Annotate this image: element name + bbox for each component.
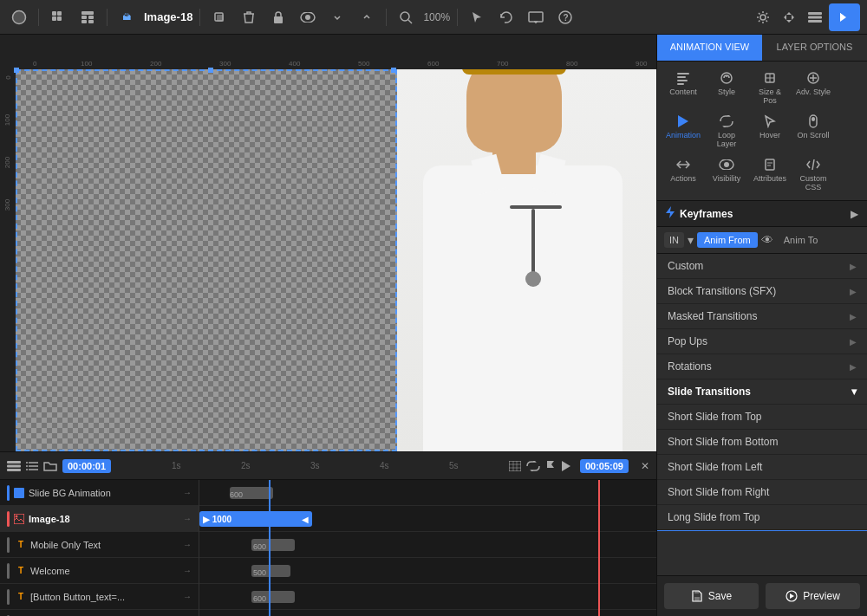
preview-button[interactable]: Preview xyxy=(766,583,860,609)
layer-name-mobile: Mobile Only Text xyxy=(30,540,179,550)
svg-rect-47 xyxy=(677,80,688,81)
save-button[interactable]: Save xyxy=(664,583,759,609)
layer-color-slide-bg xyxy=(7,485,10,501)
layer-arrow-image18[interactable]: → xyxy=(183,514,192,523)
search-icon[interactable] xyxy=(394,5,418,29)
anim-item-short-left[interactable]: Short Slide from Left xyxy=(657,455,867,480)
handle-tc[interactable] xyxy=(208,68,213,73)
tl-layer-slide-bg[interactable]: Slide BG Animation → xyxy=(0,480,199,506)
prop-tab-style[interactable]: Style xyxy=(706,67,747,108)
in-chevron[interactable]: ▾ xyxy=(688,233,694,247)
tl-playhead[interactable] xyxy=(269,480,271,616)
prop-tab-adv-style[interactable]: Adv. Style xyxy=(792,67,834,108)
prop-tab-content[interactable]: Content xyxy=(662,67,704,108)
anim-item-short-bottom[interactable]: Short Slide from Bottom xyxy=(657,430,867,455)
end-time-marker[interactable]: 00:05:09 xyxy=(580,459,629,473)
anim-item-long-top[interactable]: Long Slide from Top xyxy=(657,505,867,530)
tl-layer-button[interactable]: T [Button Button_text=... → xyxy=(0,584,199,610)
eye-icon-toolbar[interactable] xyxy=(296,5,320,29)
prop-tab-size[interactable]: Size & Pos xyxy=(749,67,791,108)
in-button[interactable]: IN xyxy=(664,232,684,248)
layer-arrow-welcome[interactable]: → xyxy=(183,566,192,575)
tl-end-playhead[interactable] xyxy=(598,480,600,616)
ruler-num-500: 500 xyxy=(358,60,369,68)
handle-tr[interactable] xyxy=(391,68,396,73)
tab-layer-options[interactable]: LAYER OPTIONS xyxy=(762,35,867,61)
prop-tab-on-scroll[interactable]: On Scroll xyxy=(792,110,834,152)
handle-tl[interactable] xyxy=(14,68,19,73)
layer-arrow-slide-bg[interactable]: → xyxy=(183,488,192,497)
grid-icon[interactable] xyxy=(46,5,70,29)
anim-item-short-right[interactable]: Short Slide from Right xyxy=(657,480,867,505)
ruler-left: 0 100 200 300 xyxy=(0,35,16,451)
panel-top-tabs: ANIMATION VIEW LAYER OPTIONS xyxy=(657,35,867,62)
wp-icon[interactable] xyxy=(7,5,31,29)
tl-layer-mobile[interactable]: T Mobile Only Text → xyxy=(0,532,199,558)
tab-animation-view[interactable]: ANIMATION VIEW xyxy=(657,35,762,61)
layer-bar-button xyxy=(7,589,10,605)
tl-loop-icon[interactable] xyxy=(526,461,540,471)
layer-arrow-mobile[interactable]: → xyxy=(183,540,192,549)
anim-item-block[interactable]: Block Transitions (SFX) ▶ xyxy=(657,279,867,304)
help-icon[interactable]: ? xyxy=(553,5,577,29)
anim-item-custom[interactable]: Custom ▶ xyxy=(657,254,867,279)
tl-tracks: 600 ▶ 1000 ◀ 600 xyxy=(199,480,656,616)
lock-icon[interactable] xyxy=(266,5,290,29)
visibility-label: Visibility xyxy=(713,174,740,183)
stethoscope xyxy=(510,205,562,209)
undo-icon[interactable] xyxy=(494,5,518,29)
canvas-area[interactable]: 0 100 200 300 400 500 600 700 800 900 0 … xyxy=(0,35,656,451)
keyframes-expand-icon[interactable]: ▶ xyxy=(851,208,858,220)
tl-folder-icon[interactable] xyxy=(43,460,57,471)
tl-flag-icon[interactable] xyxy=(545,460,556,472)
animation-tab-btn[interactable] xyxy=(829,3,860,31)
tl-play-icon[interactable] xyxy=(561,460,571,472)
ruler-top: 0 100 200 300 400 500 600 700 800 900 xyxy=(16,35,656,69)
tl-list-icon[interactable] xyxy=(26,461,38,471)
tl-layer-welcome[interactable]: T Welcome → xyxy=(0,558,199,584)
anim-item-rotations[interactable]: Rotations ▶ xyxy=(657,354,867,379)
prop-tab-actions[interactable]: Actions xyxy=(662,153,704,195)
anim-item-popups[interactable]: Pop Ups ▶ xyxy=(657,329,867,354)
kf-image18[interactable]: ▶ 1000 ◀ xyxy=(199,511,312,527)
tl-grid-icon[interactable] xyxy=(509,461,521,471)
prop-tab-visibility[interactable]: Visibility xyxy=(706,153,747,195)
layers-icon[interactable] xyxy=(803,5,827,29)
tl-layer-image18[interactable]: Image-18 → xyxy=(0,506,199,532)
tl-stack-icon[interactable] xyxy=(7,461,21,471)
prop-tab-custom-css[interactable]: Custom CSS xyxy=(792,153,834,195)
svg-rect-6 xyxy=(81,16,87,19)
doctor-head xyxy=(466,69,562,152)
anim-item-masked[interactable]: Masked Transitions ▶ xyxy=(657,304,867,329)
current-time-marker[interactable]: 00:00:01 xyxy=(62,459,111,473)
tl-layer-text[interactable]: T Text → xyxy=(0,610,199,616)
prop-tab-loop[interactable]: Loop Layer xyxy=(706,110,747,152)
prop-tab-animation[interactable]: Animation xyxy=(662,110,704,152)
tl-close-btn[interactable]: ✕ xyxy=(641,460,649,472)
anim-section-slide[interactable]: Slide Transitions ▾ xyxy=(657,379,867,405)
collapse-icon[interactable] xyxy=(355,5,379,29)
svg-point-15 xyxy=(401,12,409,21)
chevron-icon[interactable] xyxy=(325,5,349,29)
prop-tab-hover[interactable]: Hover xyxy=(749,110,791,152)
anim-from-button[interactable]: Anim From xyxy=(697,232,758,248)
duplicate-icon[interactable] xyxy=(207,5,231,29)
anim-eye-icon[interactable]: 👁 xyxy=(761,233,773,247)
kf-welcome-label: 500 xyxy=(253,568,266,577)
delete-icon[interactable] xyxy=(237,5,261,29)
ruler-v-100: 100 xyxy=(3,114,11,126)
layer-arrow-button[interactable]: → xyxy=(183,592,192,601)
gear-icon[interactable] xyxy=(751,5,775,29)
css-label: Custom CSS xyxy=(794,174,832,191)
prop-tab-attributes[interactable]: Attributes xyxy=(749,153,791,195)
anim-item-long-bottom[interactable]: Long Slide from Bottom xyxy=(657,530,867,531)
cursor-icon[interactable] xyxy=(465,5,489,29)
image-tag-icon[interactable]: 🏔 xyxy=(114,5,139,29)
move-icon[interactable] xyxy=(777,5,801,29)
anim-label-long-top: Long Slide from Top xyxy=(668,511,857,523)
device-icon[interactable] xyxy=(524,5,548,29)
table-icon[interactable] xyxy=(75,5,100,29)
anim-to-button[interactable]: Anim To xyxy=(777,232,825,248)
anim-item-short-top[interactable]: Short Slide from Top xyxy=(657,405,867,430)
layer-title: Image-18 xyxy=(144,10,192,23)
